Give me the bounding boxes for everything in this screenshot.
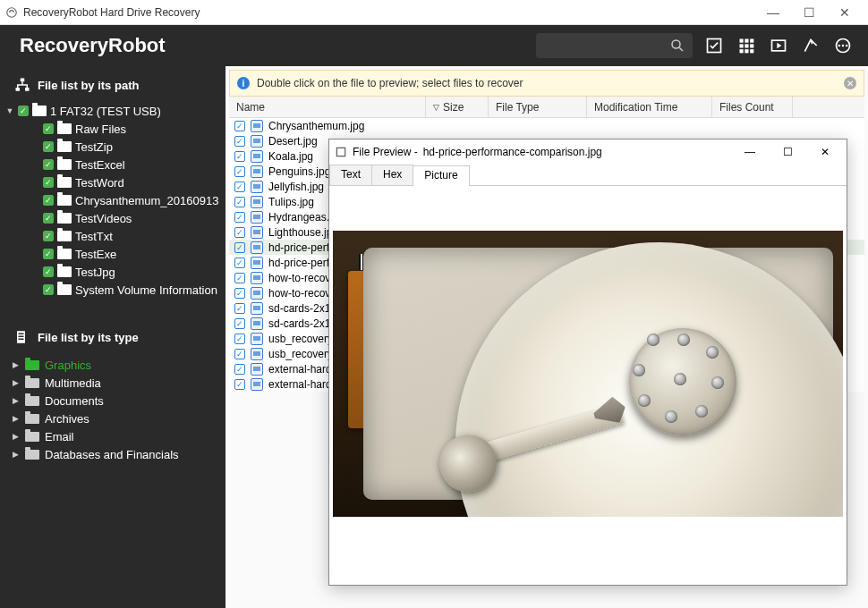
tree-folder[interactable]: ✓TestTxt — [25, 227, 226, 245]
svg-line-2 — [679, 47, 683, 51]
image-file-icon — [251, 317, 263, 330]
search-input[interactable] — [536, 33, 693, 58]
image-file-icon — [251, 272, 263, 284]
image-file-icon — [251, 135, 263, 148]
svg-rect-19 — [21, 79, 25, 82]
info-text: Double click on the file to preview; sel… — [257, 77, 523, 89]
more-menu-icon[interactable] — [830, 33, 855, 58]
image-file-icon — [251, 241, 263, 254]
svg-rect-12 — [750, 49, 753, 53]
column-headers[interactable]: Name ▽Size File Type Modification Time F… — [229, 97, 864, 118]
preview-tab-text[interactable]: Text — [329, 165, 372, 185]
preview-title-prefix: File Preview - — [353, 146, 418, 158]
preview-minimize-button[interactable]: — — [734, 141, 766, 163]
preview-filename: hd-price-performance-comparison.jpg — [423, 146, 602, 158]
preview-tab-hex[interactable]: Hex — [371, 165, 413, 185]
check-mode-icon[interactable] — [702, 33, 727, 58]
image-file-icon — [251, 348, 263, 360]
info-close-button[interactable]: ✕ — [844, 77, 856, 89]
svg-rect-23 — [19, 334, 24, 335]
tree-folder[interactable]: ✓TestExcel — [25, 156, 226, 173]
preview-tabs[interactable]: TextHexPicture — [329, 165, 847, 186]
svg-rect-10 — [740, 49, 744, 53]
svg-point-18 — [846, 45, 848, 47]
image-file-icon — [251, 120, 263, 132]
tree-folder[interactable]: ✓TestJpg — [25, 263, 226, 281]
info-icon: i — [237, 77, 250, 89]
image-file-icon — [251, 333, 263, 345]
col-filetype[interactable]: File Type — [489, 97, 587, 117]
col-mtime[interactable]: Modification Time — [587, 97, 712, 117]
type-item[interactable]: ▶Documents — [0, 392, 226, 410]
svg-rect-8 — [745, 44, 748, 47]
type-item[interactable]: ▶Email — [0, 427, 226, 445]
tree-folder[interactable]: ✓TestExe — [25, 245, 226, 263]
svg-rect-21 — [25, 88, 30, 91]
col-count[interactable]: Files Count — [712, 97, 793, 117]
preview-toggle-icon[interactable] — [766, 33, 791, 58]
preview-image — [333, 231, 843, 517]
folder-tree[interactable]: ▼✓ 1 FAT32 (TEST USB) ✓Raw Files✓TestZip… — [0, 102, 226, 306]
svg-point-16 — [838, 45, 841, 47]
svg-rect-26 — [336, 148, 345, 156]
file-list-by-type-header: File list by its type — [0, 318, 226, 354]
image-file-icon — [251, 165, 263, 178]
preview-tab-picture[interactable]: Picture — [413, 165, 469, 186]
type-item[interactable]: ▶Databases and Financials — [0, 445, 226, 463]
type-item[interactable]: ▶Graphics — [0, 356, 226, 374]
svg-point-17 — [842, 45, 845, 47]
image-file-icon — [251, 257, 263, 269]
image-file-icon — [251, 363, 263, 376]
grid-view-icon[interactable] — [734, 33, 759, 58]
tree-folder[interactable]: ✓TestZip — [25, 138, 226, 156]
file-row[interactable]: ✓Chrysanthemum.jpg — [229, 118, 864, 133]
type-list[interactable]: ▶Graphics▶Multimedia▶Documents▶Archives▶… — [0, 354, 226, 472]
sidebar: File list by its path ▼✓ 1 FAT32 (TEST U… — [0, 66, 226, 608]
image-file-icon — [251, 211, 263, 224]
tree-folder[interactable]: ✓TestWord — [25, 173, 226, 191]
svg-point-0 — [7, 7, 17, 17]
window-maximize-button[interactable]: ☐ — [791, 0, 827, 25]
app-icon — [5, 6, 18, 19]
tree-root[interactable]: ▼✓ 1 FAT32 (TEST USB) — [0, 102, 226, 120]
svg-marker-14 — [777, 43, 781, 49]
svg-rect-24 — [19, 336, 24, 338]
window-title: RecoveryRobot Hard Drive Recovery — [23, 6, 200, 19]
tree-folder[interactable]: ✓TestVideos — [25, 209, 226, 227]
image-file-icon — [251, 302, 263, 315]
list-icon — [14, 329, 30, 345]
svg-rect-25 — [19, 339, 24, 341]
info-bar: i Double click on the file to preview; s… — [229, 70, 864, 97]
preview-maximize-button[interactable]: ☐ — [771, 141, 804, 163]
svg-rect-6 — [750, 39, 753, 43]
file-preview-window[interactable]: File Preview - hd-price-performance-comp… — [328, 139, 847, 586]
col-name[interactable]: Name — [229, 97, 426, 117]
col-size[interactable]: ▽Size — [426, 97, 489, 117]
svg-rect-20 — [16, 88, 21, 91]
preview-titlebar[interactable]: File Preview - hd-price-performance-comp… — [329, 139, 847, 165]
tree-folder[interactable]: ✓System Volume Information — [25, 281, 226, 299]
window-close-button[interactable]: ✕ — [827, 0, 863, 25]
tree-icon — [14, 77, 30, 93]
app-header: RecoveryRobot — [0, 25, 868, 66]
window-titlebar: RecoveryRobot Hard Drive Recovery — ☐ ✕ — [0, 0, 868, 25]
image-file-icon — [251, 226, 263, 239]
svg-rect-5 — [745, 39, 748, 43]
recover-icon[interactable] — [798, 33, 823, 58]
search-icon — [669, 38, 685, 54]
preview-app-icon — [335, 146, 347, 158]
window-minimize-button[interactable]: — — [755, 0, 791, 25]
svg-rect-4 — [740, 39, 744, 43]
type-item[interactable]: ▶Archives — [0, 410, 226, 427]
image-file-icon — [251, 287, 263, 300]
type-item[interactable]: ▶Multimedia — [0, 374, 226, 392]
tree-folder[interactable]: ✓Chrysanthemum_20160913 — [25, 191, 226, 209]
svg-rect-11 — [745, 49, 748, 53]
tree-folder[interactable]: ✓Raw Files — [25, 120, 226, 138]
preview-close-button[interactable]: ✕ — [809, 141, 841, 163]
image-file-icon — [251, 150, 263, 163]
svg-rect-9 — [750, 44, 753, 47]
app-brand: RecoveryRobot — [20, 34, 166, 57]
image-file-icon — [251, 196, 263, 208]
preview-body — [329, 186, 847, 585]
